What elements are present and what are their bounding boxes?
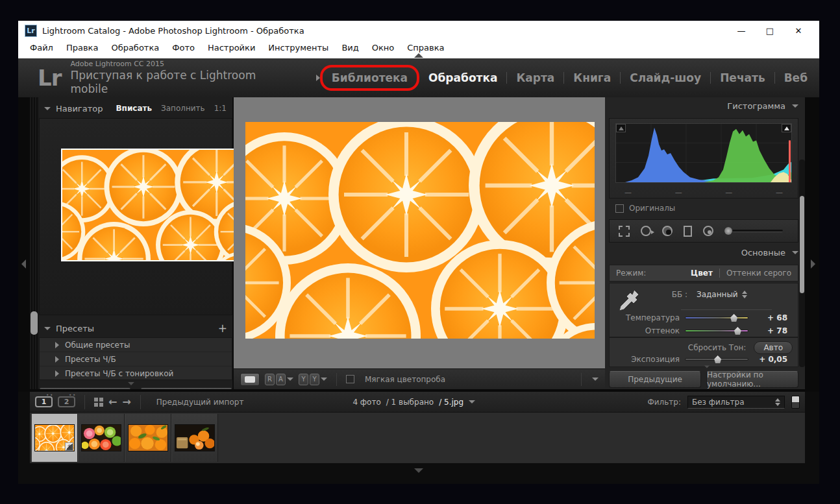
- menu-develop[interactable]: Обработка: [105, 42, 166, 54]
- adjustment-brush-tool-icon[interactable]: [724, 227, 783, 235]
- soft-proof-checkbox[interactable]: [346, 375, 354, 383]
- graduated-filter-tool-icon[interactable]: [684, 226, 692, 237]
- filmstrip-source[interactable]: Предыдущий импорт: [156, 398, 244, 407]
- temperature-slider-thumb[interactable]: [730, 314, 737, 322]
- exposure-slider[interactable]: [685, 358, 748, 361]
- before-after-dropdown-icon[interactable]: [321, 378, 327, 381]
- module-develop[interactable]: Обработка: [428, 71, 497, 84]
- crop-tool-icon[interactable]: [619, 226, 630, 237]
- expand-icon[interactable]: [55, 370, 59, 377]
- default-settings-button[interactable]: Настройки по умолчанию...: [706, 371, 798, 388]
- exposure-value[interactable]: + 0,05: [754, 355, 787, 364]
- before-view-button[interactable]: Y: [299, 374, 308, 385]
- basic-panel-header[interactable]: Основные: [669, 248, 798, 258]
- menu-edit[interactable]: Правка: [60, 42, 105, 54]
- previous-photo-arrow-icon[interactable]: ←: [108, 396, 117, 408]
- next-photo-arrow-icon[interactable]: →: [122, 396, 130, 408]
- preset-folder[interactable]: Пресеты Ч/Б с тонировкой: [40, 366, 232, 380]
- collapse-top-panel-icon[interactable]: [414, 53, 423, 58]
- menu-settings[interactable]: Настройки: [201, 42, 262, 54]
- radial-filter-tool-icon[interactable]: [703, 226, 713, 236]
- loupe-view-button[interactable]: [240, 373, 260, 386]
- module-print[interactable]: Печать: [720, 71, 765, 84]
- after-view-button[interactable]: Y: [310, 374, 319, 385]
- wb-value[interactable]: Заданный: [697, 290, 738, 299]
- menu-view[interactable]: Вид: [335, 42, 365, 54]
- tint-slider[interactable]: [685, 330, 748, 332]
- navigator-collapse-icon[interactable]: [44, 107, 51, 110]
- menu-tools[interactable]: Инструменты: [262, 42, 335, 54]
- toolbar-options-dropdown-icon[interactable]: [592, 378, 599, 381]
- menu-help[interactable]: Справка: [401, 42, 451, 54]
- histogram-plot[interactable]: [615, 123, 792, 183]
- collapse-filmstrip-icon[interactable]: [414, 468, 423, 473]
- filmstrip-thumbnail[interactable]: [171, 414, 218, 462]
- white-balance-dropper-icon[interactable]: [616, 287, 642, 316]
- module-web[interactable]: Веб: [784, 71, 808, 84]
- right-scrollbar-thumb[interactable]: [800, 196, 804, 293]
- temperature-value[interactable]: + 68: [754, 313, 787, 322]
- navigator-header[interactable]: Навигатор Вписать Заполнить 1:1 3:1: [44, 100, 230, 117]
- basic-collapse-icon[interactable]: [792, 251, 798, 254]
- filename-dropdown-icon[interactable]: [469, 400, 475, 403]
- right-panel-scroll-down-icon[interactable]: [704, 365, 710, 368]
- histogram-header[interactable]: Гистограмма: [669, 101, 798, 111]
- module-book[interactable]: Книга: [573, 71, 611, 84]
- mode-grayscale-option[interactable]: Оттенки серого: [726, 269, 791, 278]
- main-photo[interactable]: [245, 122, 595, 339]
- presets-collapse-icon[interactable]: [44, 327, 51, 330]
- grid-view-icon[interactable]: [94, 398, 103, 407]
- maximize-button[interactable]: □: [756, 21, 784, 40]
- highlight-clipping-indicator[interactable]: [782, 124, 791, 132]
- reference-view-dropdown-icon[interactable]: [287, 378, 293, 381]
- zoom-fit[interactable]: Вписать: [116, 104, 152, 113]
- close-button[interactable]: ✕: [784, 21, 813, 40]
- selected-filename[interactable]: / 5.jpg: [439, 398, 463, 407]
- preset-folder[interactable]: Пресеты Ч/Б: [40, 352, 232, 366]
- module-library[interactable]: Библиотека: [320, 65, 419, 91]
- expand-icon[interactable]: [55, 342, 59, 348]
- second-window-button[interactable]: 2: [58, 396, 75, 407]
- collapse-left-panel-icon[interactable]: [21, 259, 26, 269]
- filmstrip-thumbnail[interactable]: [125, 414, 171, 462]
- collapse-right-panel-icon[interactable]: [811, 259, 815, 269]
- presets-scroll-down-icon[interactable]: [128, 382, 134, 385]
- zoom-1-1[interactable]: 1:1: [214, 104, 227, 113]
- tint-slider-thumb[interactable]: [734, 327, 741, 335]
- minimize-button[interactable]: —: [727, 21, 756, 40]
- filmstrip-thumbnail-selected[interactable]: ±: [31, 414, 78, 462]
- histogram-collapse-icon[interactable]: [792, 104, 798, 108]
- menu-window[interactable]: Окно: [365, 42, 401, 54]
- presets-header[interactable]: Пресеты +: [44, 320, 230, 336]
- mode-color-option[interactable]: Цвет: [691, 269, 713, 278]
- tint-value[interactable]: + 78: [754, 326, 787, 335]
- module-map[interactable]: Карта: [516, 71, 554, 84]
- spot-removal-tool-icon[interactable]: [641, 226, 651, 236]
- reference-view-button[interactable]: R: [265, 374, 275, 385]
- add-preset-button[interactable]: +: [218, 322, 230, 335]
- module-slideshow[interactable]: Слайд-шоу: [630, 71, 701, 84]
- auto-tone-button[interactable]: Авто: [754, 341, 793, 354]
- red-eye-tool-icon[interactable]: [662, 226, 673, 236]
- lightroom-mobile-promo[interactable]: Приступая к работе с Lightroom mobile: [70, 69, 277, 97]
- filter-spinner-icon[interactable]: [775, 398, 780, 406]
- expand-icon[interactable]: [55, 356, 59, 363]
- left-panel-scroll-track[interactable]: [30, 97, 39, 389]
- zoom-fill[interactable]: Заполнить: [161, 104, 205, 113]
- right-panel-scroll-track[interactable]: [799, 160, 805, 367]
- shadow-clipping-indicator[interactable]: [616, 124, 626, 132]
- navigator-preview-image[interactable]: [61, 149, 240, 261]
- menu-file[interactable]: Файл: [23, 42, 60, 54]
- filter-toggle-switch[interactable]: [791, 396, 800, 409]
- main-window-button[interactable]: 1: [35, 396, 53, 407]
- originals-checkbox[interactable]: [615, 204, 624, 213]
- wb-spinner-icon[interactable]: [742, 291, 747, 298]
- exposure-slider-thumb[interactable]: [714, 355, 721, 363]
- preset-folder[interactable]: Общие пресеты: [40, 338, 232, 352]
- left-scrollbar-thumb[interactable]: [31, 311, 38, 335]
- menu-photo[interactable]: Фото: [166, 42, 201, 54]
- temperature-slider[interactable]: [685, 317, 748, 319]
- filmstrip-thumbnail[interactable]: [78, 414, 125, 462]
- previous-button[interactable]: Предыдущие: [609, 371, 701, 388]
- active-view-button[interactable]: A: [276, 374, 286, 385]
